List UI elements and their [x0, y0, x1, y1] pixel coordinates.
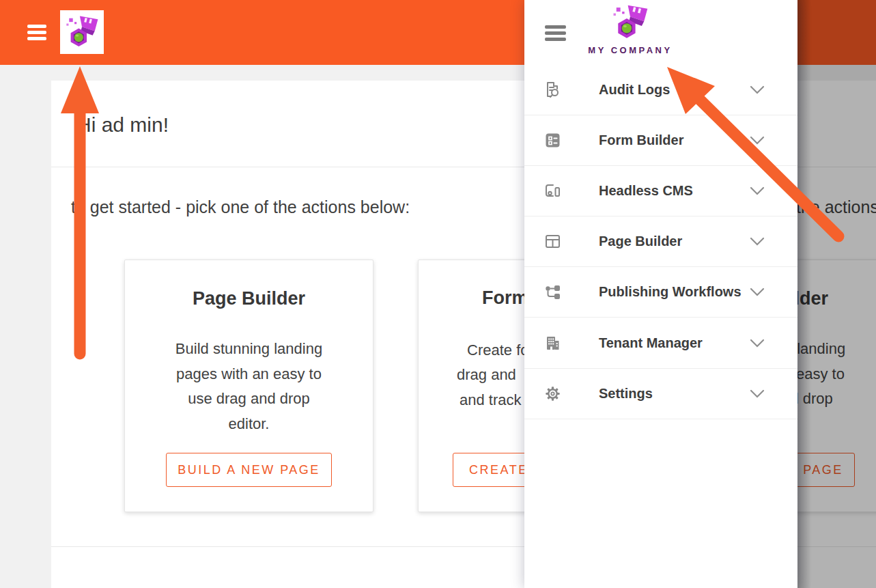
card-body-line: drag and [457, 366, 516, 384]
hamburger-icon[interactable] [27, 25, 46, 43]
screen: Hi ad min! to get started - pick one of … [0, 0, 876, 588]
menu-item-audit-logs[interactable]: Audit Logs [524, 65, 797, 115]
card-body-line: Create fo [467, 341, 529, 359]
menu-item-tenant-manager[interactable]: Tenant Manager [524, 318, 797, 368]
navigation-drawer: MY COMPANY Audit Logs [524, 0, 797, 588]
chevron-down-icon [750, 339, 765, 348]
menu-item-label: Headless CMS [599, 183, 693, 199]
chevron-down-icon [750, 288, 765, 296]
intro-text: to get started - pick one of the actions… [71, 197, 410, 217]
card-body-line: pages with an easy to [125, 362, 373, 387]
menu-item-label: Form Builder [599, 132, 683, 148]
menu-item-label: Audit Logs [599, 82, 670, 98]
menu-item-publishing-workflows[interactable]: Publishing Workflows [524, 267, 797, 318]
chevron-down-icon [750, 186, 765, 195]
hamburger-bar [27, 25, 46, 28]
card-body-line: editor. [125, 412, 373, 437]
headless-cms-icon [543, 182, 562, 200]
hamburger-bar [27, 31, 46, 34]
menu-item-label: Page Builder [599, 234, 682, 249]
page-builder-card: Page Builder Build stunning landing page… [124, 260, 373, 512]
company-logo-tile[interactable] [60, 10, 104, 54]
form-builder-card-title: Form [482, 288, 528, 309]
chevron-down-icon [750, 85, 765, 94]
tenant-manager-icon [543, 334, 562, 352]
card-body-line: Build stunning landing [125, 337, 373, 362]
menu-item-label: Tenant Manager [599, 335, 703, 351]
company-cube-logo-icon [612, 4, 649, 41]
dimmed-backdrop-strip: Hi ad min! to get started - pick one of … [797, 0, 876, 588]
menu-item-page-builder[interactable]: Page Builder [524, 216, 797, 267]
menu-item-label: Publishing Workflows [599, 284, 741, 300]
menu-item-settings[interactable]: Settings [524, 369, 797, 419]
drawer-menu: Audit Logs Form Builder [524, 65, 797, 419]
hamburger-bar [545, 25, 566, 29]
drawer-company-logo[interactable] [612, 4, 649, 44]
form-builder-icon [543, 131, 562, 150]
chevron-down-icon [750, 237, 765, 246]
menu-item-form-builder[interactable]: Form Builder [524, 115, 797, 166]
drawer-hamburger-icon[interactable] [545, 25, 566, 44]
settings-icon [543, 384, 562, 403]
build-new-page-button[interactable]: BUILD A NEW PAGE [166, 453, 332, 487]
hamburger-bar [27, 37, 46, 40]
menu-item-label: Settings [599, 386, 653, 402]
chevron-down-icon [750, 389, 765, 398]
chevron-down-icon [750, 136, 765, 145]
card-body-line: and track [460, 391, 522, 409]
page-builder-icon [543, 232, 562, 251]
page-builder-card-title: Page Builder [125, 286, 373, 311]
drawer-header: MY COMPANY [524, 0, 797, 66]
menu-item-headless-cms[interactable]: Headless CMS [524, 166, 797, 216]
company-name-label: MY COMPANY [576, 45, 685, 55]
drawer-shadow [797, 0, 811, 588]
page-builder-card-body: Build stunning landing pages with an eas… [125, 337, 373, 436]
publishing-workflows-icon [543, 283, 562, 301]
hamburger-bar [545, 31, 566, 35]
company-cube-logo-icon [65, 15, 99, 49]
greeting-heading: Hi ad min! [76, 113, 169, 137]
hamburger-bar [545, 38, 566, 41]
audit-logs-icon [543, 81, 562, 99]
card-body-line: use drag and drop [125, 387, 373, 412]
